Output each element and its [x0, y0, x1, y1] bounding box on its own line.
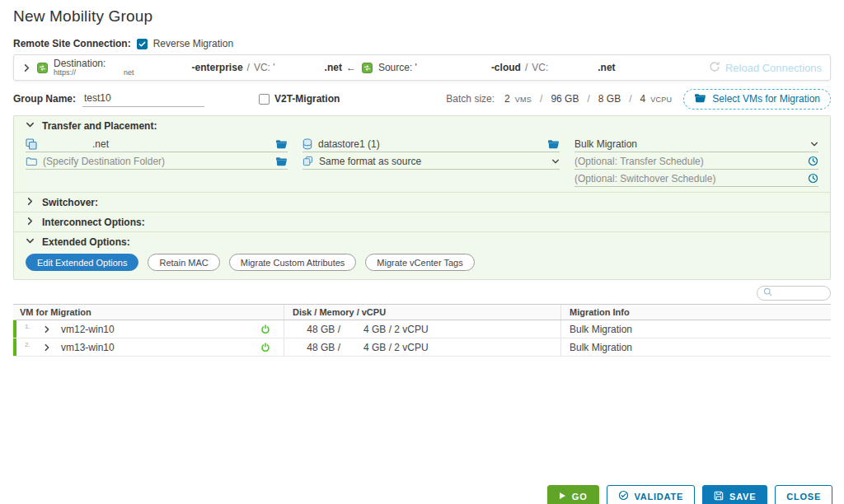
close-label: CLOSE — [786, 492, 821, 502]
save-label: SAVE — [729, 492, 756, 502]
group-name-label: Group Name: — [13, 93, 76, 105]
transfer-schedule-placeholder: (Optional: Transfer Schedule) — [574, 156, 802, 167]
destination-block: Destination: https://net — [54, 59, 134, 77]
select-vms-label: Select VMs for Migration — [712, 93, 820, 105]
reload-connections-button[interactable]: Reload Connections — [709, 61, 822, 75]
datastore-icon — [302, 138, 312, 150]
separator-slash: / — [525, 62, 528, 73]
play-icon — [559, 492, 566, 502]
table-row[interactable]: 2. vm13-win10 48 GB / 4 GB / 2 vCPU Bulk… — [13, 338, 831, 357]
v2t-migration-label: V2T-Migration — [274, 93, 340, 105]
switchover-schedule-field[interactable]: (Optional: Switchover Schedule) — [574, 170, 818, 187]
batch-disk: 96 GB — [551, 93, 579, 105]
datastore-value: datastore1 (1) — [318, 138, 542, 150]
search-icon — [763, 287, 772, 299]
row-number: 2. — [25, 341, 36, 348]
browse-folder-icon[interactable] — [275, 139, 288, 149]
vm-memory-cpu: 4 GB / 2 vCPU — [363, 324, 429, 335]
select-vms-button[interactable]: Select VMs for Migration — [683, 89, 831, 110]
row-status-bar — [13, 338, 16, 356]
vm-disk: 48 GB / — [293, 342, 340, 353]
batch-cpu-count: 4 — [640, 93, 646, 105]
save-icon — [714, 491, 724, 502]
power-on-icon — [260, 324, 270, 334]
migrate-custom-attributes-button[interactable]: Migrate Custom Attributes — [229, 254, 357, 271]
vm-name: vm13-win10 — [61, 342, 115, 353]
group-name-input[interactable] — [82, 91, 204, 107]
vm-memory-cpu: 4 GB / 2 vCPU — [363, 342, 429, 353]
connection-expand-chevron[interactable] — [22, 63, 31, 72]
vm-name: vm12-win10 — [61, 324, 115, 335]
row-expand-chevron[interactable] — [43, 343, 51, 352]
chevron-down-icon — [26, 236, 35, 248]
col-migration-info: Migration Info — [570, 307, 630, 317]
reload-connections-label: Reload Connections — [725, 62, 822, 74]
vm-disk: 48 GB / — [293, 324, 340, 335]
batch-separator: / — [629, 93, 631, 105]
transfer-placement-title: Transfer and Placement: — [42, 120, 157, 132]
transfer-placement-header[interactable]: Transfer and Placement: — [14, 116, 830, 135]
reverse-migration-checkbox[interactable] — [137, 39, 148, 49]
destination-folder-field[interactable]: (Specify Destination Folder) — [26, 153, 288, 170]
interconnect-header[interactable]: Interconnect Options: — [14, 212, 830, 231]
chevron-down-icon — [26, 120, 35, 132]
group-name-row: Group Name: V2T-Migration Batch size: 2 … — [13, 88, 831, 110]
validate-button[interactable]: VALIDATE — [607, 485, 696, 504]
source-label: Source: ' — [378, 62, 417, 73]
page-title: New Mobility Group — [13, 7, 844, 26]
destination-vc-label: VC: ' — [254, 62, 275, 73]
remote-site-connection-label: Remote Site Connection: — [13, 38, 131, 49]
source-vc-name: .net — [598, 62, 615, 73]
browse-folder-icon[interactable] — [275, 156, 288, 166]
direction-arrow-icon: ← — [346, 62, 356, 73]
switchover-title: Switchover: — [42, 197, 98, 208]
check-icon — [138, 40, 146, 48]
go-button[interactable]: GO — [547, 485, 599, 504]
batch-size-label: Batch size: — [446, 93, 495, 105]
batch-vm-unit: VMs — [515, 96, 532, 104]
disk-format-icon — [302, 156, 313, 166]
switchover-header[interactable]: Switchover: — [14, 193, 830, 212]
destination-compute-field[interactable]: .net — [26, 136, 288, 152]
options-sections: Transfer and Placement: .net (Specify De… — [13, 115, 831, 280]
batch-cpu-unit: vCPU — [650, 96, 672, 104]
vm-migration-table: VM for Migration Disk / Memory / vCPU Mi… — [13, 304, 831, 357]
remote-connection-bar: Destination: https://net -enterprise / V… — [13, 54, 831, 81]
migration-type-select[interactable]: Bulk Migration — [574, 136, 818, 152]
retain-mac-button[interactable]: Retain MAC — [148, 254, 219, 271]
new-mobility-group-dialog: New Mobility Group Remote Site Connectio… — [0, 7, 844, 504]
reverse-migration-label: Reverse Migration — [153, 38, 233, 49]
row-number: 1. — [25, 323, 36, 330]
power-on-icon — [260, 343, 270, 352]
search-input[interactable] — [776, 288, 826, 298]
destination-site-name: -enterprise — [192, 62, 243, 73]
extended-options-header[interactable]: Extended Options: — [14, 232, 830, 251]
close-button[interactable]: CLOSE — [775, 485, 832, 504]
destination-datastore-field[interactable]: datastore1 (1) — [302, 136, 560, 152]
clock-icon[interactable] — [808, 173, 818, 184]
separator-slash: / — [247, 62, 250, 73]
transfer-schedule-field[interactable]: (Optional: Transfer Schedule) — [574, 153, 818, 170]
hcx-site-icon — [362, 63, 373, 73]
vm-migration-info: Bulk Migration — [570, 324, 632, 335]
edit-extended-options-button[interactable]: Edit Extended Options — [26, 254, 138, 271]
browse-folder-icon[interactable] — [547, 139, 560, 149]
col-disk-memory-vcpu: Disk / Memory / vCPU — [293, 307, 386, 317]
destination-url: https:// — [54, 68, 76, 77]
search-box[interactable] — [757, 286, 831, 301]
disk-format-select[interactable]: Same format as source — [302, 153, 560, 170]
interconnect-title: Interconnect Options: — [42, 217, 145, 228]
row-expand-chevron[interactable] — [43, 325, 51, 334]
section-transfer-placement: Transfer and Placement: .net (Specify De… — [14, 116, 830, 192]
batch-vm-count: 2 — [504, 93, 510, 105]
destination-label: Destination: — [54, 59, 134, 68]
v2t-migration-checkbox[interactable] — [259, 94, 270, 105]
migrate-vcenter-tags-button[interactable]: Migrate vCenter Tags — [365, 254, 474, 271]
table-row[interactable]: 1. vm12-win10 48 GB / 4 GB / 2 vCPU Bulk… — [13, 320, 831, 338]
row-status-bar — [13, 320, 16, 338]
clock-icon[interactable] — [808, 156, 818, 166]
save-button[interactable]: SAVE — [702, 485, 767, 504]
vm-migration-info: Bulk Migration — [570, 342, 632, 353]
batch-separator: / — [587, 93, 589, 105]
check-circle-icon — [618, 490, 629, 502]
